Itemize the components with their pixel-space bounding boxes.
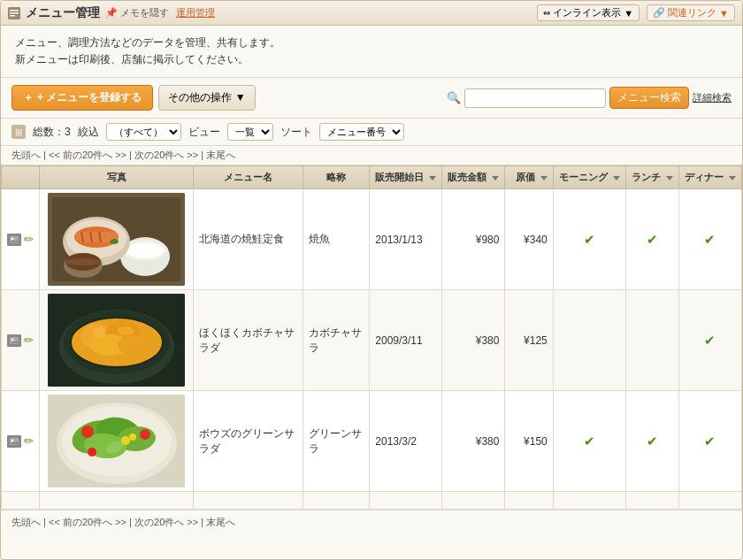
- row3-abbr: グリーンサラ: [303, 391, 369, 492]
- window-icon: [8, 7, 20, 19]
- action-icons-3: ✏: [7, 434, 34, 448]
- sort-select[interactable]: メニュー番号: [319, 123, 404, 141]
- action-icons-1: ✏: [7, 233, 34, 246]
- search-button[interactable]: メニュー検索: [609, 87, 689, 109]
- check-dinner-1: ✔: [704, 232, 716, 247]
- link-icon: 🔗: [653, 7, 665, 19]
- row3-name: ボウズのグリーンサラダ: [194, 391, 303, 492]
- svg-point-37: [118, 326, 134, 335]
- total-count: 総数：3: [33, 125, 71, 140]
- food-image-1: [48, 193, 185, 286]
- inline-display-button[interactable]: ⇔ インライン表示 ▼: [537, 4, 640, 21]
- description-line1: メニュー、調理方法などのデータを管理、共有します。: [15, 35, 728, 51]
- usage-link[interactable]: 運用管理: [176, 6, 215, 19]
- svg-point-22: [65, 258, 101, 265]
- bottom-next-page[interactable]: 次の20件へ >>: [134, 517, 198, 527]
- image-icon-3[interactable]: [7, 435, 21, 448]
- row2-lunch: [625, 290, 678, 391]
- food-image-2: [48, 294, 185, 387]
- svg-rect-1: [10, 10, 19, 12]
- row2-name: ほくほくカボチャサラダ: [194, 290, 303, 391]
- check-lunch-3: ✔: [647, 433, 658, 449]
- register-button[interactable]: ＋ + メニューを登録する: [11, 85, 153, 111]
- image-icon-2[interactable]: [7, 334, 21, 347]
- data-table-wrap: 写真 メニュー名 略称 販売開始日 販売金額 原価 モーニング ランチ ディナー: [1, 165, 742, 510]
- image-icon-1[interactable]: [7, 234, 21, 246]
- svg-point-26: [11, 338, 14, 341]
- svg-point-35: [118, 335, 146, 355]
- bottom-first-page[interactable]: 先頭へ: [11, 517, 41, 527]
- inline-arrow-icon: ▼: [624, 8, 633, 19]
- next-page-link[interactable]: 次の20件へ >>: [134, 150, 198, 160]
- row2-dinner: ✔: [678, 290, 741, 391]
- th-photo: 写真: [40, 166, 194, 189]
- row1-date: 2013/1/13: [370, 189, 442, 290]
- row1-cost: ¥340: [505, 189, 553, 290]
- edit-icon-3[interactable]: ✏: [24, 434, 34, 448]
- empty-cost: [505, 492, 553, 510]
- related-link-button[interactable]: 🔗 関連リンク ▼: [647, 4, 735, 21]
- sort-arrow-date: [429, 176, 436, 180]
- row1-morning: ✔: [553, 189, 625, 290]
- empty-morning: [553, 492, 625, 510]
- check-dinner-2: ✔: [704, 333, 716, 348]
- empty-name: [194, 492, 303, 510]
- svg-point-36: [92, 327, 106, 338]
- pagination-top-text[interactable]: 先頭へ: [11, 150, 41, 160]
- empty-lunch: [625, 492, 678, 510]
- svg-point-50: [121, 436, 130, 445]
- table-row: ✏: [2, 290, 742, 391]
- detail-search-button[interactable]: 詳細検索: [693, 91, 732, 104]
- row1-abbr: 焼魚: [303, 189, 369, 290]
- th-lunch[interactable]: ランチ: [625, 166, 678, 189]
- pagination-bottom: 先頭へ | << 前の20件へ >> | 次の20件へ >> | 末尾へ: [1, 510, 742, 534]
- th-actions: [2, 166, 40, 189]
- other-actions-button[interactable]: その他の操作 ▼: [158, 85, 255, 111]
- svg-rect-2: [10, 12, 19, 14]
- edit-icon-1[interactable]: ✏: [24, 233, 34, 246]
- page-title: メニュー管理: [26, 5, 100, 21]
- pagination-top: 先頭へ | << 前の20件へ >> | 次の20件へ >> | 末尾へ: [1, 146, 742, 165]
- svg-point-23: [110, 239, 119, 244]
- action-icons-2: ✏: [7, 334, 34, 347]
- edit-icon-2[interactable]: ✏: [24, 334, 34, 347]
- th-start-date[interactable]: 販売開始日: [370, 166, 442, 189]
- description-line2: 新メニューは印刷後、店舗に掲示してください。: [15, 51, 728, 68]
- bottom-prev-page[interactable]: << 前の20件へ: [49, 517, 112, 527]
- row1-dinner: ✔: [678, 189, 741, 290]
- check-lunch-1: ✔: [647, 232, 658, 247]
- prev-page-link[interactable]: << 前の20件へ: [49, 150, 112, 160]
- row3-actions: ✏: [2, 391, 40, 492]
- row3-photo: [40, 391, 194, 492]
- svg-point-54: [88, 448, 96, 456]
- th-dinner[interactable]: ディナー: [678, 166, 741, 189]
- empty-date: [370, 492, 442, 510]
- view-select[interactable]: 一覧: [227, 123, 273, 141]
- svg-point-53: [140, 429, 150, 440]
- row2-photo: [40, 290, 194, 391]
- row2-actions: ✏: [2, 290, 40, 391]
- th-price[interactable]: 販売金額: [442, 166, 505, 189]
- check-morning-1: ✔: [584, 232, 595, 247]
- memo-action[interactable]: 📌 メモを隠す: [105, 6, 169, 19]
- last-page-link[interactable]: 末尾へ: [206, 150, 235, 160]
- empty-dinner: [678, 492, 741, 510]
- row3-dinner: ✔: [678, 391, 741, 492]
- svg-point-12: [126, 242, 165, 258]
- narrow-select[interactable]: （すべて）: [106, 123, 181, 141]
- th-cost[interactable]: 原価: [505, 166, 553, 189]
- th-morning[interactable]: モーニング: [553, 166, 625, 189]
- bottom-last-page[interactable]: 末尾へ: [206, 517, 235, 527]
- sort-label: ソート: [280, 125, 312, 140]
- row2-price: ¥380: [442, 290, 505, 391]
- row3-lunch: ✔: [625, 391, 678, 492]
- sort-arrow-price: [492, 176, 499, 180]
- sort-arrow-cost: [540, 176, 548, 180]
- filter-icon: ⊞: [11, 125, 26, 139]
- th-abbr[interactable]: 略称: [303, 166, 369, 189]
- titlebar-right: ⇔ インライン表示 ▼ 🔗 関連リンク ▼: [537, 4, 735, 21]
- th-name[interactable]: メニュー名: [194, 166, 303, 189]
- row1-name: 北海道の焼鮭定食: [194, 189, 303, 290]
- svg-point-51: [129, 433, 136, 441]
- search-input[interactable]: [464, 88, 606, 108]
